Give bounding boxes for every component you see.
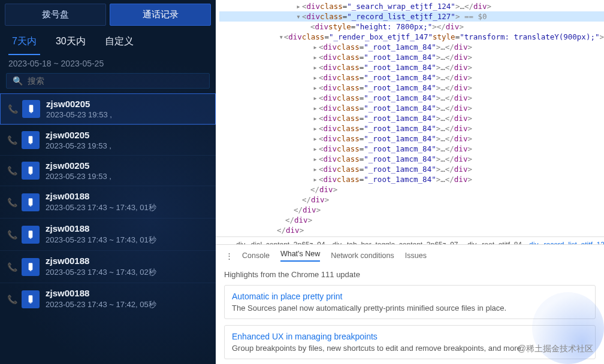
expand-toggle[interactable]: ▸	[312, 154, 319, 164]
svg-rect-2	[29, 136, 33, 143]
call-name: zjsw00188	[46, 288, 156, 298]
expand-toggle[interactable]: ▸	[312, 42, 319, 52]
call-row[interactable]: 📞 zjsw00188 2023-05-23 17:43 ~ 17:43, 01…	[0, 186, 216, 218]
svg-rect-8	[29, 230, 33, 238]
elements-panel[interactable]: ▸<div class="_search_wrap_etjtf_124">…</…	[216, 0, 604, 236]
call-row[interactable]: 📞 zjsw00188 2023-05-23 17:43 ~ 17:42, 05…	[0, 283, 216, 315]
subtab-custom[interactable]: 自定义	[101, 31, 137, 55]
phone-icon: 📞	[7, 230, 16, 239]
expand-toggle[interactable]: ▸	[312, 113, 319, 123]
expand-toggle[interactable]: ▸	[295, 1, 302, 11]
call-name: zjsw00205	[46, 99, 112, 109]
avatar	[22, 226, 40, 244]
whats-new-card[interactable]: Automatic in place pretty printThe Sourc…	[224, 285, 596, 319]
call-name: zjsw00205	[46, 160, 111, 171]
drawer-menu-icon[interactable]: ⋮	[225, 251, 231, 260]
drawer-tabs: ⋮ Console What's New Network conditions …	[216, 244, 604, 266]
range-tabbar: 7天内 30天内 自定义	[0, 26, 216, 55]
card-title: Automatic in place pretty print	[232, 292, 588, 301]
tab-network-conditions[interactable]: Network conditions	[331, 251, 394, 260]
call-meta: 2023-05-23 17:43 ~ 17:43, 01秒	[46, 235, 156, 245]
call-name: zjsw00205	[46, 130, 111, 140]
call-row[interactable]: 📞 zjsw00205 2023-05-23 19:53 ,	[0, 125, 216, 155]
svg-rect-7	[30, 205, 32, 206]
call-meta: 2023-05-23 17:43 ~ 17:42, 05秒	[46, 299, 156, 310]
avatar	[22, 131, 40, 149]
search-icon: 🔍	[13, 76, 23, 86]
call-name: zjsw00188	[46, 256, 156, 266]
svg-rect-4	[29, 166, 33, 174]
svg-rect-0	[29, 105, 34, 112]
expand-toggle[interactable]: ▸	[312, 174, 319, 184]
search-input[interactable]	[28, 76, 203, 86]
svg-rect-1	[31, 112, 32, 113]
call-row[interactable]: 📞 zjsw00205 2023-05-23 19:53 ,	[0, 155, 216, 186]
call-meta: 2023-05-23 19:53 ,	[46, 141, 111, 150]
expand-toggle[interactable]: ▸	[312, 103, 319, 113]
avatar	[22, 258, 40, 276]
phone-icon: 📞	[8, 104, 16, 114]
watermark-text: @稀土掘金技术社区	[518, 344, 593, 354]
devtools: ▸<div class="_search_wrap_etjtf_124">…</…	[216, 0, 604, 364]
card-desc: The Sources panel now automatically pret…	[232, 304, 588, 313]
tab-console[interactable]: Console	[242, 251, 270, 260]
avatar	[22, 100, 40, 118]
expand-toggle[interactable]: ▸	[312, 164, 319, 174]
svg-rect-6	[29, 198, 33, 205]
expand-toggle[interactable]: ▸	[312, 144, 319, 154]
svg-rect-13	[30, 302, 32, 303]
subtab-7days[interactable]: 7天内	[8, 31, 40, 55]
expand-toggle[interactable]: ▸	[312, 62, 319, 72]
phone-icon: 📞	[7, 198, 16, 207]
search-box[interactable]: 🔍	[6, 73, 210, 89]
svg-rect-10	[29, 263, 33, 270]
tab-whats-new[interactable]: What's New	[280, 250, 320, 262]
call-name: zjsw00188	[46, 191, 156, 201]
call-meta: 2023-05-23 17:43 ~ 17:43, 01秒	[46, 202, 156, 213]
expand-toggle[interactable]: ▾	[295, 11, 302, 22]
svg-rect-9	[30, 238, 32, 238]
tab-dialpad[interactable]: 拨号盘	[5, 4, 106, 26]
call-list: 📞 zjsw00205 2023-05-23 19:53 , 📞 zjsw002…	[0, 93, 216, 315]
breadcrumb[interactable]: …div._dial_content_3p65z_94div._tab_bar_…	[216, 236, 604, 244]
svg-rect-12	[29, 295, 33, 302]
whats-new-title: Highlights from the Chrome 111 update	[224, 270, 596, 279]
dial-panel: 拨号盘 通话记录 7天内 30天内 自定义 2023-05-18 ~ 2023-…	[0, 0, 216, 364]
call-row[interactable]: 📞 zjsw00188 2023-05-23 17:43 ~ 17:43, 02…	[0, 250, 216, 283]
phone-icon: 📞	[7, 135, 16, 145]
call-row[interactable]: 📞 zjsw00205 2023-05-23 19:53 ,	[0, 93, 216, 125]
expand-toggle[interactable]: ▸	[312, 72, 319, 83]
tab-call-log[interactable]: 通话记录	[110, 4, 211, 26]
expand-toggle[interactable]: ▸	[312, 52, 319, 62]
call-row[interactable]: 📞 zjsw00188 2023-05-23 17:43 ~ 17:43, 01…	[0, 218, 216, 250]
call-meta: 2023-05-23 19:53 ,	[46, 172, 111, 181]
avatar	[22, 193, 40, 211]
call-meta: 2023-05-23 19:53 ,	[46, 110, 112, 119]
phone-icon: 📞	[7, 295, 16, 304]
main-tabbar: 拨号盘 通话记录	[0, 0, 216, 26]
phone-icon: 📞	[7, 262, 16, 272]
svg-rect-5	[30, 174, 32, 174]
call-meta: 2023-05-23 17:43 ~ 17:43, 02秒	[46, 267, 156, 278]
svg-rect-11	[30, 270, 32, 271]
expand-toggle[interactable]: ▸	[312, 123, 319, 134]
card-title: Enhanced UX in managing breakpoints	[232, 332, 588, 341]
phone-icon: 📞	[7, 166, 16, 175]
avatar	[22, 290, 40, 308]
expand-toggle[interactable]: ▸	[312, 93, 319, 103]
expand-toggle[interactable]: ▸	[312, 134, 319, 144]
svg-rect-3	[30, 143, 32, 144]
date-range-label: 2023-05-18 ~ 2023-05-25	[0, 55, 216, 71]
expand-toggle[interactable]: ▾	[279, 32, 284, 42]
tab-issues[interactable]: Issues	[405, 251, 427, 260]
expand-toggle[interactable]: ▸	[312, 83, 319, 93]
avatar	[22, 162, 40, 180]
call-name: zjsw00188	[46, 223, 156, 233]
subtab-30days[interactable]: 30天内	[52, 31, 89, 55]
